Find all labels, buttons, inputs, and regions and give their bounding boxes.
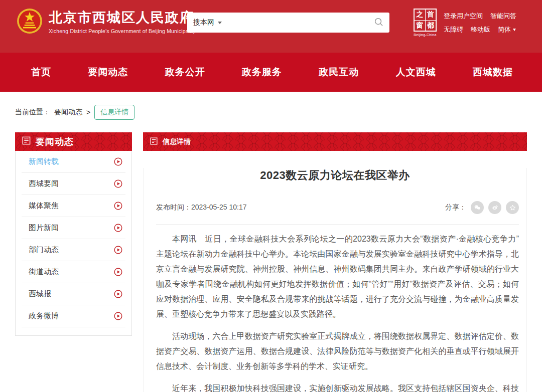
sidebar-title: 要闻动态 xyxy=(36,136,74,148)
meta-divider xyxy=(156,224,519,225)
nav-item-gov-service[interactable]: 政务服务 xyxy=(242,66,282,79)
national-emblem-icon xyxy=(17,8,43,36)
language-select[interactable]: 简体 xyxy=(498,25,516,34)
document-list-icon xyxy=(150,137,158,147)
article-panel-title: 信息详情 xyxy=(163,137,191,146)
sidebar-menu: 新闻转载 西城要闻 媒体聚焦 图片新闻 部门动态 xyxy=(15,151,132,336)
sidebar-header: 要闻动态 xyxy=(15,132,132,151)
circle-play-icon xyxy=(114,268,122,276)
article-paragraph: 本网讯 近日，全球金融科技大会系列论坛之一的2023数云原力大会“数据资产·金融… xyxy=(156,232,519,322)
logo-caption: Beijing-China xyxy=(413,33,438,37)
article-panel-header: 信息详情 xyxy=(143,132,527,151)
search-scope-select[interactable]: 搜本网 xyxy=(193,18,214,27)
page: 北京市西城区人民政府 Xicheng District People's Gov… xyxy=(0,0,542,392)
breadcrumb-label: 当前位置： xyxy=(15,108,50,117)
nav-item-home[interactable]: 首页 xyxy=(31,66,51,79)
sidebar-item-xicheng-news[interactable]: 西城要闻 xyxy=(22,173,125,195)
article-panel: 信息详情 2023数云原力论坛在我区举办 发布时间：2023-05-25 10:… xyxy=(143,132,527,392)
circle-play-icon xyxy=(114,202,122,210)
share-label: 分享： xyxy=(445,203,466,212)
logo-char: 都 xyxy=(426,21,436,31)
search-input[interactable] xyxy=(225,15,370,30)
wechat-share-icon[interactable] xyxy=(471,201,484,214)
site-header: 北京市西城区人民政府 Xicheng District People's Gov… xyxy=(0,0,542,53)
article-container: 2023数云原力论坛在我区举办 发布时间：2023-05-25 10:17 分享… xyxy=(143,168,527,392)
circle-play-icon xyxy=(114,157,122,166)
breadcrumb-separator: > xyxy=(86,108,90,116)
smart-qa-link[interactable]: 智能问答 xyxy=(490,12,516,21)
breadcrumb-current-tag[interactable]: 信息详情 xyxy=(94,105,134,120)
nav-item-gov-open[interactable]: 政务公开 xyxy=(165,66,205,79)
circle-play-icon xyxy=(114,246,122,254)
publish-time: 发布时间：2023-05-25 10:17 xyxy=(156,203,247,212)
nav-item-news[interactable]: 要闻动态 xyxy=(88,66,128,79)
sidebar-item-photo-news[interactable]: 图片新闻 xyxy=(22,217,125,239)
nav-item-culture[interactable]: 人文西城 xyxy=(396,66,436,79)
content-area: 要闻动态 新闻转载 西城要闻 媒体聚焦 图片新闻 xyxy=(15,132,527,392)
login-user-space-link[interactable]: 登录用户空间 xyxy=(444,12,483,21)
quick-links: 登录用户空间 智能问答 无障碍 移动版 简体 xyxy=(444,12,516,39)
sidebar-item-gov-weibo[interactable]: 政务微博 xyxy=(22,305,125,327)
article-title: 2023数云原力论坛在我区举办 xyxy=(144,168,526,183)
sidebar-item-news-repost[interactable]: 新闻转载 xyxy=(22,151,125,173)
sidebar-item-street-updates[interactable]: 街道动态 xyxy=(22,261,125,283)
article-paragraph: 活动现场，六合上甲数据资产研究实验室正式揭牌成立，将围绕数据权属界定、数据评估定… xyxy=(156,329,519,374)
weibo-share-icon[interactable] xyxy=(488,201,501,214)
mobile-version-link[interactable]: 移动版 xyxy=(471,25,490,34)
nav-item-data[interactable]: 西城数据 xyxy=(473,66,513,79)
logo-char: 之 xyxy=(415,10,425,20)
circle-play-icon xyxy=(114,312,122,320)
search-bar: 搜本网 xyxy=(187,13,389,33)
brand-text: 北京市西城区人民政府 Xicheng District People's Gov… xyxy=(49,10,195,34)
sidebar-item-xicheng-paper[interactable]: 西城报 xyxy=(22,283,125,305)
article-paragraph: 近年来，我国积极加快科技强国建设，实施创新驱动发展战略。我区支持包括辖区国资央企… xyxy=(156,381,519,392)
site-subtitle: Xicheng District People's Government of … xyxy=(49,28,195,34)
share-bar: 分享： xyxy=(445,201,519,214)
breadcrumb: 当前位置： 要闻动态 > 信息详情 xyxy=(15,105,542,120)
sidebar: 要闻动态 新闻转载 西城要闻 媒体聚焦 图片新闻 xyxy=(15,132,132,336)
site-title: 北京市西城区人民政府 xyxy=(49,10,195,26)
logo-char: 窗 xyxy=(415,21,425,31)
sidebar-item-media-focus[interactable]: 媒体聚焦 xyxy=(22,195,125,217)
article-body: 本网讯 近日，全球金融科技大会系列论坛之一的2023数云原力大会“数据资产·金融… xyxy=(144,232,526,392)
article-meta: 发布时间：2023-05-25 10:17 分享： xyxy=(156,201,519,214)
search-icon[interactable] xyxy=(374,17,383,29)
favorite-star-icon[interactable] xyxy=(506,201,519,214)
logo-char: 首 xyxy=(426,10,436,20)
document-list-icon xyxy=(22,136,31,148)
main-nav: 首页 要闻动态 政务公开 政务服务 政民互动 人文西城 西城数据 xyxy=(0,53,542,92)
sidebar-item-department-updates[interactable]: 部门动态 xyxy=(22,239,125,261)
circle-play-icon xyxy=(114,224,122,232)
capital-window-grid: 之 首 窗 都 xyxy=(414,9,437,32)
capital-window-logo[interactable]: 之 首 窗 都 Beijing-China xyxy=(413,9,438,37)
circle-play-icon xyxy=(114,179,122,188)
site-brand[interactable]: 北京市西城区人民政府 Xicheng District People's Gov… xyxy=(17,8,195,36)
breadcrumb-section-link[interactable]: 要闻动态 xyxy=(54,108,82,117)
circle-play-icon xyxy=(114,290,122,298)
chevron-down-icon[interactable] xyxy=(218,22,222,24)
accessibility-link[interactable]: 无障碍 xyxy=(444,25,463,34)
nav-item-interaction[interactable]: 政民互动 xyxy=(319,66,359,79)
chevron-down-icon xyxy=(513,29,516,31)
